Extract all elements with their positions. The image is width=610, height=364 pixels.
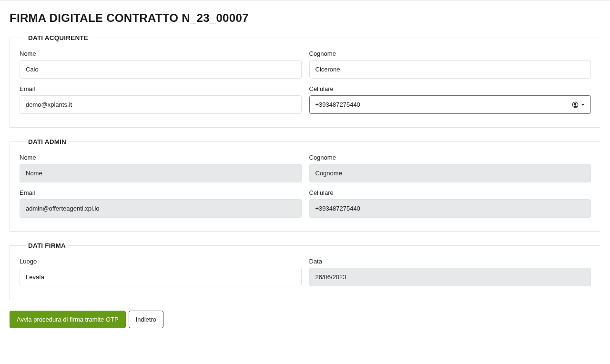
input-acquirente-nome[interactable] (20, 60, 302, 79)
label-admin-email: Email (20, 189, 302, 196)
indietro-button[interactable]: Indietro (129, 311, 163, 328)
legend-admin: DATI ADMIN (27, 138, 68, 145)
input-acquirente-cellulare[interactable] (309, 95, 591, 114)
fieldset-firma: DATI FIRMA Luogo Data (10, 242, 600, 300)
label-admin-nome: Nome (20, 154, 302, 161)
label-acquirente-cognome: Cognome (309, 50, 591, 57)
label-firma-data: Data (309, 258, 591, 265)
avvia-otp-button[interactable]: Avvia procedura di firma tramite OTP (10, 311, 126, 328)
page-title: FIRMA DIGITALE CONTRATTO N_23_00007 (10, 11, 600, 25)
label-firma-luogo: Luogo (20, 258, 302, 265)
label-admin-cellulare: Cellulare (309, 189, 591, 196)
fieldset-admin: DATI ADMIN Nome Cognome Email Cellulare (10, 138, 600, 232)
input-acquirente-email[interactable] (20, 95, 302, 114)
fieldset-acquirente: DATI ACQUIRENTE Nome Cognome Email Cellu… (10, 34, 600, 128)
legend-acquirente: DATI ACQUIRENTE (27, 34, 90, 41)
label-acquirente-email: Email (20, 85, 302, 92)
label-acquirente-cellulare: Cellulare (309, 85, 591, 92)
legend-firma: DATI FIRMA (27, 242, 68, 249)
input-firma-data (309, 268, 591, 286)
input-admin-nome (20, 164, 302, 182)
input-admin-email (20, 199, 302, 218)
input-firma-luogo[interactable] (20, 268, 302, 286)
input-acquirente-cognome[interactable] (309, 60, 591, 79)
label-admin-cognome: Cognome (309, 154, 591, 161)
input-admin-cognome (309, 164, 591, 182)
label-acquirente-nome: Nome (20, 50, 302, 57)
input-admin-cellulare (309, 199, 591, 218)
